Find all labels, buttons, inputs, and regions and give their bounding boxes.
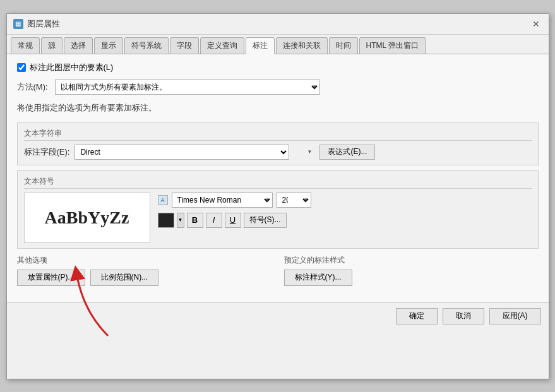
method-select-wrapper: 以相同方式为所有要素加标注。 <box>55 80 320 95</box>
info-text: 将使用指定的选项为所有要素加标注。 <box>17 102 539 114</box>
close-button[interactable]: ✕ <box>530 18 542 30</box>
expression-button[interactable]: 表达式(E)... <box>319 145 375 160</box>
options-section: 其他选项 放置属性(P)... 比例范围(N)... 预定义的标注样式 标注样式… <box>17 255 539 286</box>
apply-button[interactable]: 应用(A) <box>489 308 541 324</box>
preview-text: AaBbYyZz <box>45 208 129 228</box>
cancel-button[interactable]: 取消 <box>443 308 484 324</box>
bottom-bar: 确定 取消 应用(A) <box>7 302 549 330</box>
label-checkbox[interactable] <box>17 63 26 72</box>
bold-button[interactable]: B <box>187 213 203 228</box>
label-field-label: 标注字段(E): <box>24 146 70 158</box>
tab-query[interactable]: 定义查询 <box>200 37 244 54</box>
label-style-button[interactable]: 标注样式(Y)... <box>284 270 352 286</box>
scale-range-button[interactable]: 比例范围(N)... <box>90 270 159 286</box>
tab-content: 标注此图层中的要素(L) 方法(M): 以相同方式为所有要素加标注。 将使用指定… <box>7 54 549 302</box>
other-options-label: 其他选项 <box>17 255 272 266</box>
font-size-select[interactable]: 20 <box>277 193 311 208</box>
dialog-icon: ▦ <box>13 19 23 29</box>
predef-buttons: 标注样式(Y)... <box>284 270 539 286</box>
label-checkbox-row: 标注此图层中的要素(L) <box>17 62 539 73</box>
text-string-section: 文本字符串 标注字段(E): Direct 表达式(E)... <box>17 122 539 165</box>
tab-html[interactable]: HTML 弹出窗口 <box>359 37 426 54</box>
tab-select[interactable]: 选择 <box>64 37 93 54</box>
format-row: ▼ B I U 符号(S)... <box>158 213 311 228</box>
font-select-wrapper: Times New Roman <box>172 193 273 208</box>
size-select-wrapper: 20 <box>277 193 311 208</box>
ok-button[interactable]: 确定 <box>396 308 438 324</box>
text-symbol-section: 文本符号 AaBbYyZz A Times New Roman <box>17 170 539 249</box>
text-string-label: 文本字符串 <box>24 128 532 141</box>
tab-fields[interactable]: 字段 <box>170 37 199 54</box>
layer-properties-dialog: ▦ 图层属性 ✕ 常规 源 选择 显示 符号系统 字段 定义查询 标注 连接和关… <box>6 13 549 379</box>
symbol-button[interactable]: 符号(S)... <box>244 213 287 228</box>
label-field-row: 标注字段(E): Direct 表达式(E)... <box>24 145 532 160</box>
label-checkbox-label[interactable]: 标注此图层中的要素(L) <box>30 62 114 73</box>
method-row: 方法(M): 以相同方式为所有要素加标注。 <box>17 80 539 95</box>
text-symbol-label: 文本符号 <box>24 176 532 189</box>
font-controls: A Times New Roman 20 <box>158 193 311 228</box>
predef-options-group: 预定义的标注样式 标注样式(Y)... <box>284 255 539 286</box>
method-label: 方法(M): <box>17 81 49 93</box>
label-field-select-wrapper: Direct <box>75 145 314 160</box>
tab-joins[interactable]: 连接和关联 <box>276 37 328 54</box>
tab-labels[interactable]: 标注 <box>246 37 275 54</box>
title-bar: ▦ 图层属性 ✕ <box>7 14 549 35</box>
underline-button[interactable]: U <box>225 213 241 228</box>
color-swatch[interactable] <box>158 213 174 228</box>
other-options-group: 其他选项 放置属性(P)... 比例范围(N)... <box>17 255 272 286</box>
tab-symbology[interactable]: 符号系统 <box>124 37 169 54</box>
tab-time[interactable]: 时间 <box>329 37 358 54</box>
tab-display[interactable]: 显示 <box>94 37 123 54</box>
color-dropdown-arrow[interactable]: ▼ <box>177 213 184 228</box>
italic-button[interactable]: I <box>206 213 222 228</box>
symbol-content: AaBbYyZz A Times New Roman 20 <box>24 193 532 243</box>
placement-button[interactable]: 放置属性(P)... <box>17 270 85 286</box>
predef-label: 预定义的标注样式 <box>284 255 539 266</box>
font-name-select[interactable]: Times New Roman <box>172 193 273 208</box>
tab-bar: 常规 源 选择 显示 符号系统 字段 定义查询 标注 连接和关联 时间 HTML… <box>7 35 549 54</box>
label-field-select[interactable]: Direct <box>75 145 289 160</box>
font-preview-box: AaBbYyZz <box>24 193 150 243</box>
dialog-title: 图层属性 <box>27 18 60 30</box>
tab-source[interactable]: 源 <box>41 37 63 54</box>
tab-general[interactable]: 常规 <box>11 37 40 54</box>
other-options-buttons: 放置属性(P)... 比例范围(N)... <box>17 270 272 286</box>
font-icon: A <box>158 195 168 205</box>
font-name-row: A Times New Roman 20 <box>158 193 311 208</box>
method-select[interactable]: 以相同方式为所有要素加标注。 <box>55 80 320 95</box>
